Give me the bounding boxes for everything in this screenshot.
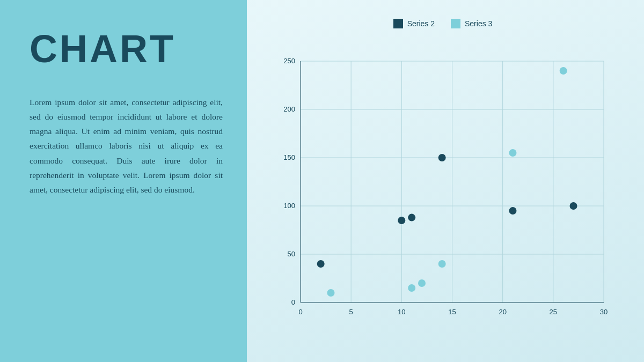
page: CHART Lorem ipsum dolor sit amet, consec… [0, 0, 644, 362]
svg-text:5: 5 [349, 308, 353, 316]
svg-text:15: 15 [448, 308, 456, 316]
scatter-svg: 050100150200250051015202530 [271, 53, 614, 327]
svg-text:30: 30 [600, 308, 608, 316]
chart-legend: Series 2 Series 3 [263, 19, 623, 28]
svg-point-27 [398, 217, 405, 224]
legend-series3: Series 3 [451, 19, 492, 28]
series2-swatch [393, 19, 403, 28]
svg-point-29 [438, 154, 446, 161]
svg-text:10: 10 [398, 308, 405, 316]
series3-label: Series 3 [465, 19, 492, 28]
right-panel: Series 2 Series 3 0501001502002500510152… [247, 0, 644, 362]
body-text: Lorem ipsum dolor sit amet, consectetur … [30, 95, 223, 197]
svg-text:200: 200 [283, 105, 295, 113]
svg-text:0: 0 [298, 308, 302, 316]
svg-point-28 [408, 214, 415, 221]
svg-point-36 [509, 149, 517, 157]
series3-swatch [451, 19, 460, 28]
series2-label: Series 2 [407, 19, 435, 28]
svg-text:25: 25 [550, 308, 557, 316]
chart-container: Series 2 Series 3 0501001502002500510152… [263, 16, 623, 346]
svg-point-30 [509, 207, 517, 215]
svg-point-37 [560, 67, 567, 75]
svg-text:250: 250 [283, 57, 295, 65]
svg-point-33 [408, 284, 415, 292]
legend-series2: Series 2 [393, 19, 435, 28]
svg-text:0: 0 [291, 298, 295, 306]
scatter-plot: 050100150200250051015202530 [263, 34, 623, 346]
svg-point-34 [418, 279, 426, 287]
left-panel: CHART Lorem ipsum dolor sit amet, consec… [0, 0, 247, 362]
svg-point-35 [438, 260, 446, 268]
svg-point-32 [327, 289, 335, 297]
page-title: CHART [30, 29, 223, 68]
svg-point-31 [570, 202, 577, 210]
svg-text:100: 100 [283, 202, 295, 210]
svg-text:50: 50 [288, 250, 295, 258]
svg-text:150: 150 [283, 153, 295, 161]
svg-text:20: 20 [499, 308, 506, 316]
svg-point-26 [317, 260, 325, 268]
